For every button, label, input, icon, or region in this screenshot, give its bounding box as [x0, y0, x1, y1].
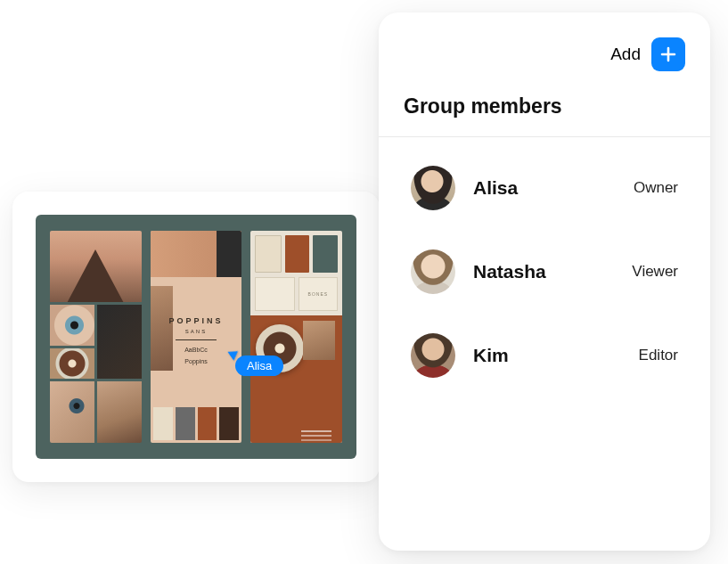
type-sample-2: Poppins: [184, 357, 207, 365]
brand-sub: SANS: [185, 329, 207, 334]
cursor-user-label: Alisa: [235, 356, 283, 376]
member-row[interactable]: Alisa Owner: [404, 146, 685, 230]
moodboard-artboard[interactable]: [50, 231, 142, 443]
collaborator-cursor: Alisa: [230, 348, 283, 376]
swatch-slate-lg: [313, 235, 338, 273]
typography-hero-strip: [151, 231, 242, 277]
member-name: Alisa: [473, 177, 616, 199]
member-name: Kim: [473, 345, 621, 366]
member-role: Editor: [639, 347, 678, 364]
avatar: [411, 166, 455, 210]
member-role: Viewer: [632, 263, 678, 281]
add-member-button[interactable]: [651, 37, 685, 71]
swatch-grey: [176, 407, 195, 440]
add-label: Add: [610, 45, 641, 64]
styleguide-hero: [250, 315, 342, 443]
swatch-cream: [153, 407, 173, 440]
moodboard-tile-eye: [50, 305, 94, 346]
swatch-brown: [219, 407, 239, 440]
moodboard-tile-face-left: [50, 381, 94, 443]
styleguide-artboard[interactable]: BONES: [250, 231, 342, 443]
moodboard-tile-coffee: [50, 348, 94, 379]
businesscard-front: [255, 277, 294, 311]
member-row[interactable]: Natasha Viewer: [404, 230, 685, 314]
typography-artboard[interactable]: POPPINS SANS AaBbCc Poppins: [151, 231, 242, 443]
moodboard-tile-mountain: [50, 231, 142, 302]
hero-photo: [303, 321, 335, 360]
panel-header: Add: [379, 37, 710, 71]
swatch-rust: [198, 407, 217, 440]
members-panel: Add Group members Alisa Owner Natasha Vi…: [379, 12, 710, 551]
type-sample-1: AaBbCc: [184, 346, 208, 354]
moodboard-tile-dark: [97, 305, 142, 379]
color-swatch-row: [151, 405, 242, 443]
plus-icon: [659, 45, 677, 63]
moodboard-tile-face-right: [97, 381, 142, 443]
design-canvas[interactable]: POPPINS SANS AaBbCc Poppins B: [36, 215, 356, 459]
businesscard-back: BONES: [299, 277, 338, 311]
member-role: Owner: [634, 179, 678, 197]
avatar: [411, 333, 455, 378]
typography-body: POPPINS SANS AaBbCc Poppins: [151, 277, 242, 405]
styleguide-color-row: [250, 231, 342, 277]
swatch-rust-lg: [285, 235, 310, 273]
panel-title: Group members: [379, 71, 710, 136]
member-name: Natasha: [473, 261, 614, 282]
member-row[interactable]: Kim Editor: [404, 314, 685, 397]
swatch-cream-lg: [255, 235, 282, 273]
hero-text-lines: [301, 430, 331, 432]
avatar: [411, 249, 455, 294]
divider-line: [176, 339, 217, 340]
businesscard-row: BONES: [250, 277, 342, 315]
design-preview-card: POPPINS SANS AaBbCc Poppins B: [12, 192, 380, 482]
brand-name: POPPINS: [169, 316, 224, 325]
members-list: Alisa Owner Natasha Viewer Kim Editor: [379, 137, 710, 397]
